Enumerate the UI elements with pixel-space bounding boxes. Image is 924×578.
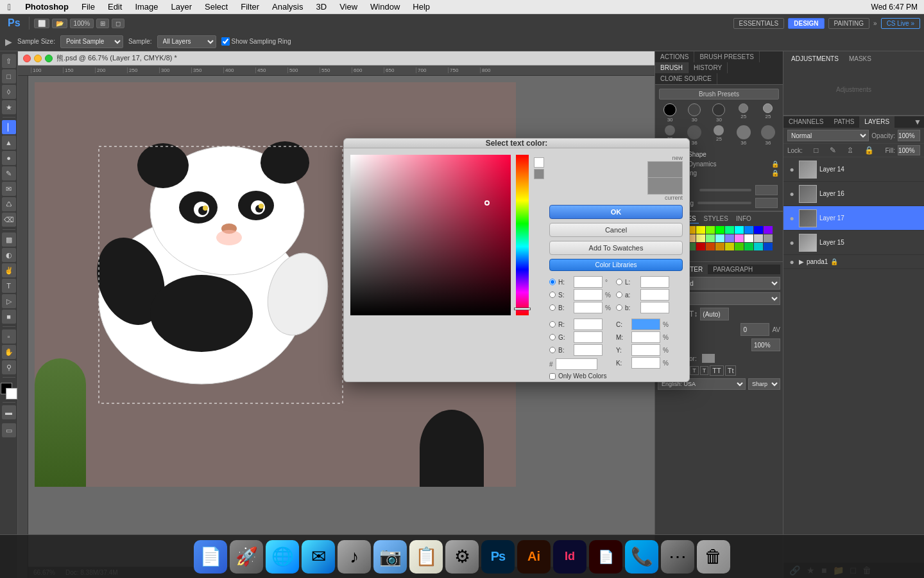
brush-presets-button[interactable]: Brush Presets	[659, 89, 779, 100]
cp-add-to-swatches-button[interactable]: Add To Swatches	[549, 241, 683, 255]
cp-m-input[interactable]: 40	[631, 331, 660, 343]
paragraph-tab[interactable]: PARAGRAPH	[708, 265, 758, 274]
brush-dot-item[interactable]: 30	[659, 103, 681, 123]
cp-y-input[interactable]: 41	[631, 344, 660, 356]
brush-dot-item[interactable]: 25	[733, 103, 755, 123]
sample-size-select[interactable]: Point Sample 3 by 3 Average	[60, 35, 123, 48]
essentials-button[interactable]: ESSENTIALS	[733, 18, 785, 29]
close-button[interactable]	[23, 55, 31, 62]
pen-tool[interactable]: ✌	[2, 263, 16, 277]
dock-system-prefs[interactable]: ⚙	[445, 540, 479, 574]
swatch-gray[interactable]	[764, 234, 773, 242]
fill-input[interactable]	[898, 145, 920, 155]
text-tool[interactable]: T	[2, 279, 16, 293]
layers-tab[interactable]: LAYERS	[859, 116, 894, 128]
dock-skype[interactable]: 📞	[625, 540, 658, 574]
swatch-light-cyan[interactable]	[715, 234, 724, 242]
magic-wand-tool[interactable]: ★	[2, 100, 16, 114]
swatch-cyan[interactable]	[735, 226, 744, 234]
swatch-white[interactable]	[744, 234, 753, 242]
swatch-light-gray[interactable]	[754, 234, 763, 242]
dock-textedit[interactable]: 📋	[409, 540, 443, 574]
layer-15-visibility[interactable]: ●	[787, 238, 796, 247]
toolbar-screen[interactable]: ◻	[112, 19, 124, 28]
crop-tool[interactable]: ⎢	[2, 120, 16, 134]
menu-help[interactable]: Help	[406, 0, 436, 14]
cp-b2-radio[interactable]	[549, 347, 556, 353]
swatch-lime[interactable]	[735, 243, 744, 250]
eraser-tool[interactable]: ⌫	[2, 213, 16, 227]
cp-g-input[interactable]: 137	[574, 331, 603, 343]
swatch-gold[interactable]	[715, 243, 724, 250]
lock-image-btn[interactable]: ✎	[830, 146, 836, 155]
dock-acrobat[interactable]: 📄	[589, 540, 622, 574]
cp-k-input[interactable]: 4	[631, 357, 660, 369]
dock-iphoto[interactable]: 📷	[373, 540, 407, 574]
cp-c-input[interactable]: 49	[631, 319, 660, 330]
cp-h-radio[interactable]	[549, 279, 556, 285]
painting-button[interactable]: PAINTING	[828, 18, 869, 29]
swatch-light-magenta[interactable]	[735, 234, 744, 242]
swatch-spring[interactable]	[725, 226, 734, 234]
cp-r-input[interactable]: 137	[574, 319, 603, 330]
swatch-azure[interactable]	[744, 226, 753, 234]
screen-mode-btn[interactable]: ▭	[2, 423, 16, 437]
swatch-emerald[interactable]	[744, 243, 753, 250]
swatch-teal[interactable]	[754, 243, 763, 250]
layer-item-14[interactable]: ● Layer 14	[783, 157, 924, 182]
cp-hue-slider[interactable]	[516, 155, 529, 315]
swatch-yellow-green[interactable]	[706, 226, 715, 234]
brush-tool[interactable]: ✎	[2, 166, 16, 180]
menu-image[interactable]: Image	[128, 0, 164, 14]
cp-l-radio[interactable]	[616, 279, 622, 285]
design-button[interactable]: DESIGN	[788, 18, 824, 29]
brush-presets-tab[interactable]: BRUSH PRESETS	[694, 51, 759, 62]
color-swatch[interactable]	[702, 354, 715, 363]
shape-tool[interactable]: ■	[2, 310, 16, 324]
menu-analysis[interactable]: Analysis	[266, 0, 309, 14]
styles-tab[interactable]: STYLES	[701, 215, 731, 223]
marquee-tool[interactable]: □	[2, 69, 16, 83]
opacity-input[interactable]	[898, 130, 920, 141]
quick-mask-tool[interactable]: ▬	[2, 405, 16, 419]
brush-dot-item[interactable]: 25	[708, 125, 730, 146]
history-brush-tool[interactable]: ♺	[2, 197, 16, 211]
masks-tab[interactable]: MASKS	[844, 54, 877, 64]
brush-dot-item[interactable]: 36	[757, 125, 779, 146]
dodge-tool[interactable]: ◐	[2, 248, 16, 262]
hardness-value[interactable]	[755, 185, 778, 195]
clone-tool[interactable]: ✉	[2, 182, 16, 196]
toolbar-open[interactable]: 📂	[52, 19, 67, 28]
cp-ok-button[interactable]: OK	[549, 205, 683, 219]
adjustments-tab[interactable]: ADJUSTMENTS	[786, 54, 844, 64]
history-tab[interactable]: HISTORY	[689, 62, 728, 73]
cp-b3-input[interactable]: 0	[640, 302, 669, 313]
paths-tab[interactable]: PATHS	[828, 116, 859, 128]
menu-window[interactable]: Window	[364, 0, 406, 14]
cp-only-web-check[interactable]	[549, 373, 556, 380]
cp-s-radio[interactable]	[549, 292, 556, 298]
aa-select[interactable]: Sharp	[748, 378, 780, 390]
leading-input[interactable]	[700, 308, 729, 320]
cp-s-input[interactable]: 0	[574, 289, 603, 301]
cp-a-input[interactable]: 0	[640, 289, 669, 301]
cp-hex-input[interactable]: 898989	[556, 358, 597, 370]
swatch-light-green[interactable]	[706, 234, 715, 242]
spacing-value[interactable]	[755, 198, 778, 208]
toolbar-arrange[interactable]: ⊞	[96, 19, 109, 28]
cp-cancel-button[interactable]: Cancel	[549, 223, 683, 237]
swatch-green[interactable]	[715, 226, 724, 234]
superscript-btn[interactable]: T	[690, 366, 699, 375]
swatch-light-yellow[interactable]	[696, 234, 705, 242]
apple-logo[interactable]: 	[0, 2, 19, 12]
dock-mail[interactable]: ✉	[302, 540, 335, 574]
channels-tab[interactable]: CHANNELS	[783, 116, 828, 128]
swatch-violet[interactable]	[764, 226, 773, 234]
layer-panda1-visibility[interactable]: ●	[787, 258, 796, 267]
cp-b-radio[interactable]	[549, 304, 556, 311]
cs-live-button[interactable]: CS Live »	[881, 18, 920, 29]
spot-heal-tool[interactable]: ●	[2, 151, 16, 165]
dock-indesign[interactable]: Id	[553, 540, 586, 574]
3d-tool[interactable]: ▫	[2, 329, 16, 344]
menu-filter[interactable]: Filter	[234, 0, 266, 14]
